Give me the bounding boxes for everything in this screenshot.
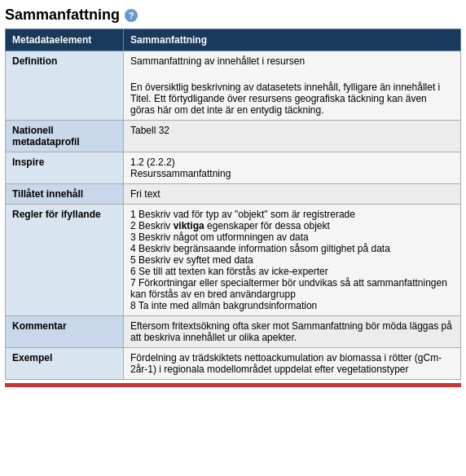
row-value: 1.2 (2.2.2)Resurssammanfattning — [124, 152, 461, 184]
bottom-bar — [5, 383, 461, 387]
row-label: Nationell metadataprofil — [6, 121, 124, 152]
col1-header: Metadataelement — [6, 29, 124, 51]
table-row: ExempelFördelning av trädskiktets nettoa… — [6, 348, 461, 380]
row-value: Sammanfattning av innehållet i resursenE… — [124, 51, 461, 121]
row-value: Eftersom fritextsökning ofta sker mot Sa… — [124, 316, 461, 348]
table-row: Tillåtet innehållFri text — [6, 184, 461, 205]
row-value: 1 Beskriv vad för typ av "objekt" som är… — [124, 205, 461, 316]
col2-header: Sammanfattning — [124, 29, 461, 51]
table-row: Nationell metadataprofilTabell 32 — [6, 121, 461, 152]
row-label: Regler för ifyllande — [6, 205, 124, 316]
table-row: Regler för ifyllande1 Beskriv vad för ty… — [6, 205, 461, 316]
row-label: Tillåtet innehåll — [6, 184, 124, 205]
row-label: Kommentar — [6, 316, 124, 348]
row-label: Inspire — [6, 152, 124, 184]
page-title: Sammanfattning — [5, 7, 120, 24]
summary-table: Metadataelement Sammanfattning Definitio… — [5, 29, 461, 380]
help-icon[interactable]: ? — [125, 9, 138, 22]
row-value: Fri text — [124, 184, 461, 205]
page-wrapper: Sammanfattning ? Metadataelement Sammanf… — [0, 0, 466, 394]
row-label: Exempel — [6, 348, 124, 380]
page-title-row: Sammanfattning ? — [5, 7, 461, 24]
row-value: Tabell 32 — [124, 121, 461, 152]
row-value: Fördelning av trädskiktets nettoackumula… — [124, 348, 461, 380]
row-label: Definition — [6, 51, 124, 121]
table-row: KommentarEftersom fritextsökning ofta sk… — [6, 316, 461, 348]
table-row: Inspire1.2 (2.2.2)Resurssammanfattning — [6, 152, 461, 184]
table-row: DefinitionSammanfattning av innehållet i… — [6, 51, 461, 121]
